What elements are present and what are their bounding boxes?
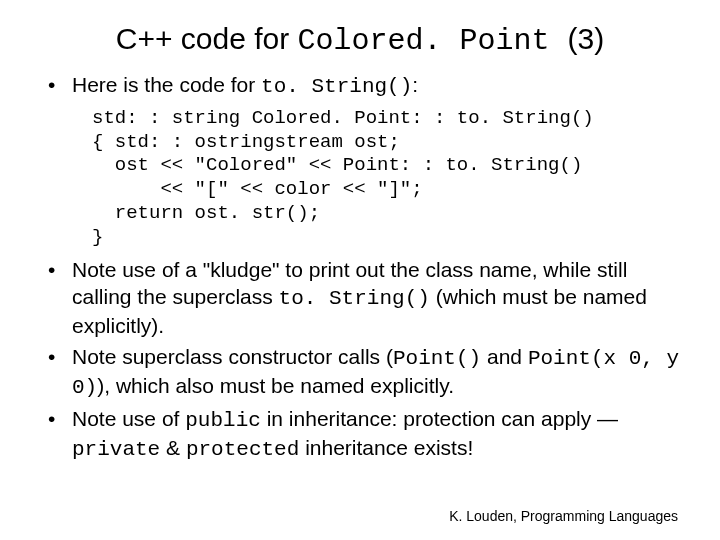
bullet-4-t1: Note use of [72, 407, 185, 430]
bullet-3-t2: and [481, 345, 528, 368]
bullet-list-2: Note use of a "kludge" to print out the … [46, 257, 680, 463]
bullet-2: Note use of a "kludge" to print out the … [46, 257, 680, 340]
bullet-4-t2: in inheritance: protection can apply — [261, 407, 618, 430]
bullet-3-t1: Note superclass constructor calls ( [72, 345, 393, 368]
bullet-4-mono1: public [185, 409, 261, 432]
bullet-4-t4: inheritance exists! [299, 436, 473, 459]
bullet-1-post: : [412, 73, 418, 96]
bullet-3-mono1: Point() [393, 347, 481, 370]
bullet-list: Here is the code for to. String(): [46, 72, 680, 101]
code-block: std: : string Colored. Point: : to. Stri… [92, 107, 680, 250]
title-post: (3) [568, 22, 605, 55]
bullet-1-mono: to. String() [261, 75, 412, 98]
slide-title: C++ code for Colored. Point (3) [40, 22, 680, 58]
bullet-4-mono2: private [72, 438, 160, 461]
title-pre: C++ code for [116, 22, 298, 55]
bullet-1: Here is the code for to. String(): [46, 72, 680, 101]
bullet-4: Note use of public in inheritance: prote… [46, 406, 680, 464]
footer-attribution: K. Louden, Programming Languages [449, 508, 678, 524]
bullet-3-t3: ), which also must be named explicitly. [97, 374, 454, 397]
bullet-4-t3: & [160, 436, 186, 459]
slide: C++ code for Colored. Point (3) Here is … [0, 0, 720, 540]
bullet-3: Note superclass constructor calls (Point… [46, 344, 680, 402]
bullet-2-mono1: to. String() [279, 287, 430, 310]
title-mono: Colored. Point [298, 24, 568, 58]
bullet-4-mono3: protected [186, 438, 299, 461]
bullet-1-pre: Here is the code for [72, 73, 261, 96]
